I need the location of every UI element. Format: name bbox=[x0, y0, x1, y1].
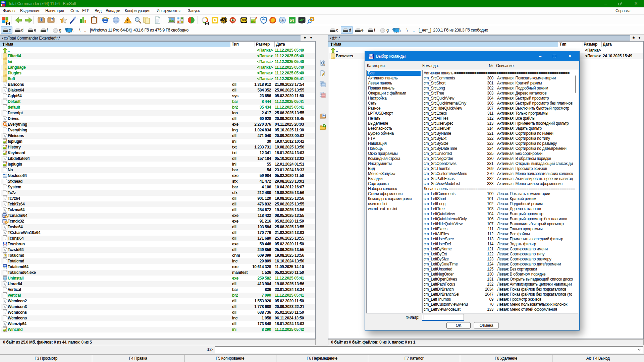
svg-text:64: 64 bbox=[290, 18, 294, 23]
svg-text:?: ? bbox=[4, 254, 6, 258]
svg-text:PDF: PDF bbox=[241, 19, 247, 22]
svg-text:qb: qb bbox=[280, 19, 284, 22]
